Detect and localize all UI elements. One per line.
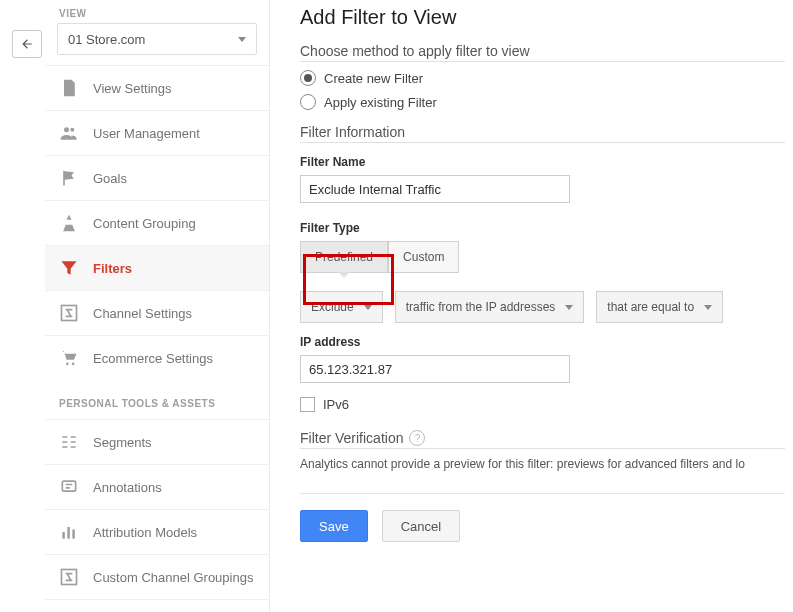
dropdown-value: that are equal to xyxy=(607,300,694,314)
page-icon xyxy=(59,78,79,98)
caret-down-icon xyxy=(364,305,372,310)
filter-type-label: Filter Type xyxy=(300,221,785,235)
nav-annotations[interactable]: Annotations xyxy=(45,464,269,509)
users-icon xyxy=(59,123,79,143)
svg-point-0 xyxy=(64,127,69,132)
tab-predefined[interactable]: Predefined xyxy=(300,241,388,273)
ipv6-checkbox-row[interactable]: IPv6 xyxy=(300,397,785,412)
filter-verification-text: Analytics cannot provide a preview for t… xyxy=(300,457,785,471)
tab-custom[interactable]: Custom xyxy=(388,241,459,273)
sidebar: VIEW 01 Store.com View Settings User Man… xyxy=(45,0,270,612)
nav-label: Attribution Models xyxy=(93,525,197,540)
nav-attribution-models[interactable]: Attribution Models xyxy=(45,509,269,554)
verify-head-text: Filter Verification xyxy=(300,430,403,446)
ip-address-label: IP address xyxy=(300,335,785,349)
nav-label: View Settings xyxy=(93,81,172,96)
nav-label: Content Grouping xyxy=(93,216,196,231)
grouping-icon xyxy=(59,213,79,233)
nav-channel-settings[interactable]: Channel Settings xyxy=(45,290,269,335)
radio-icon xyxy=(300,70,316,86)
nav-view-settings[interactable]: View Settings xyxy=(45,65,269,110)
radio-label: Create new Filter xyxy=(324,71,423,86)
nav-user-management[interactable]: User Management xyxy=(45,110,269,155)
save-button[interactable]: Save xyxy=(300,510,368,542)
flag-icon xyxy=(59,168,79,188)
nav-content-grouping[interactable]: Content Grouping xyxy=(45,200,269,245)
back-arrow-icon xyxy=(19,37,35,51)
filter-name-label: Filter Name xyxy=(300,155,785,169)
action-button-row: Save Cancel xyxy=(300,510,785,542)
nav-label: Segments xyxy=(93,435,152,450)
checkbox-label: IPv6 xyxy=(323,397,349,412)
back-button[interactable] xyxy=(12,30,42,58)
annotation-icon xyxy=(59,477,79,497)
filter-verification-head: Filter Verification ? xyxy=(300,430,785,449)
method-section-head: Choose method to apply filter to view xyxy=(300,43,785,62)
svg-rect-7 xyxy=(67,527,70,539)
nav-label: Custom Channel Groupings xyxy=(93,570,253,585)
filter-info-head: Filter Information xyxy=(300,124,785,143)
cart-icon xyxy=(59,348,79,368)
radio-label: Apply existing Filter xyxy=(324,95,437,110)
dropdown-value: Exclude xyxy=(311,300,354,314)
radio-apply-existing-filter[interactable]: Apply existing Filter xyxy=(300,94,785,110)
dropdown-match[interactable]: that are equal to xyxy=(596,291,723,323)
nav-ecommerce-settings[interactable]: Ecommerce Settings xyxy=(45,335,269,380)
caret-down-icon xyxy=(238,37,246,42)
dropdown-value: traffic from the IP addresses xyxy=(406,300,556,314)
segments-icon xyxy=(59,432,79,452)
nav-label: Filters xyxy=(93,261,132,276)
checkbox-icon xyxy=(300,397,315,412)
radio-icon xyxy=(300,94,316,110)
filter-condition-row: Exclude traffic from the IP addresses th… xyxy=(300,291,785,323)
svg-point-3 xyxy=(66,363,69,366)
section-personal-tools: PERSONAL TOOLS & ASSETS xyxy=(45,380,269,419)
filter-type-tabs: Predefined Custom xyxy=(300,241,785,273)
funnel-icon xyxy=(59,258,79,278)
filter-name-input[interactable] xyxy=(300,175,570,203)
nav-label: Channel Settings xyxy=(93,306,192,321)
main-panel: Add Filter to View Choose method to appl… xyxy=(270,0,793,612)
page-title: Add Filter to View xyxy=(300,6,785,29)
svg-point-4 xyxy=(72,363,75,366)
dropdown-action[interactable]: Exclude xyxy=(300,291,383,323)
nav-label: Goals xyxy=(93,171,127,186)
channel-icon xyxy=(59,303,79,323)
svg-point-1 xyxy=(70,128,74,132)
cancel-button[interactable]: Cancel xyxy=(382,510,460,542)
svg-rect-8 xyxy=(72,530,75,539)
nav-goals[interactable]: Goals xyxy=(45,155,269,200)
bars-icon xyxy=(59,522,79,542)
nav-segments[interactable]: Segments xyxy=(45,419,269,464)
ip-address-input[interactable] xyxy=(300,355,570,383)
svg-rect-5 xyxy=(62,481,75,491)
caret-down-icon xyxy=(704,305,712,310)
view-selector[interactable]: 01 Store.com xyxy=(57,23,257,55)
view-label: VIEW xyxy=(45,8,269,19)
svg-rect-6 xyxy=(62,532,65,539)
nav-label: Annotations xyxy=(93,480,162,495)
help-icon[interactable]: ? xyxy=(409,430,425,446)
caret-down-icon xyxy=(565,305,573,310)
channel-icon xyxy=(59,567,79,587)
divider xyxy=(300,493,785,494)
nav-label: Ecommerce Settings xyxy=(93,351,213,366)
nav-custom-channel-groupings[interactable]: Custom Channel Groupings xyxy=(45,554,269,600)
view-selected-value: 01 Store.com xyxy=(68,32,145,47)
nav-filters[interactable]: Filters xyxy=(45,245,269,290)
dropdown-source[interactable]: traffic from the IP addresses xyxy=(395,291,585,323)
radio-create-new-filter[interactable]: Create new Filter xyxy=(300,70,785,86)
nav-label: User Management xyxy=(93,126,200,141)
